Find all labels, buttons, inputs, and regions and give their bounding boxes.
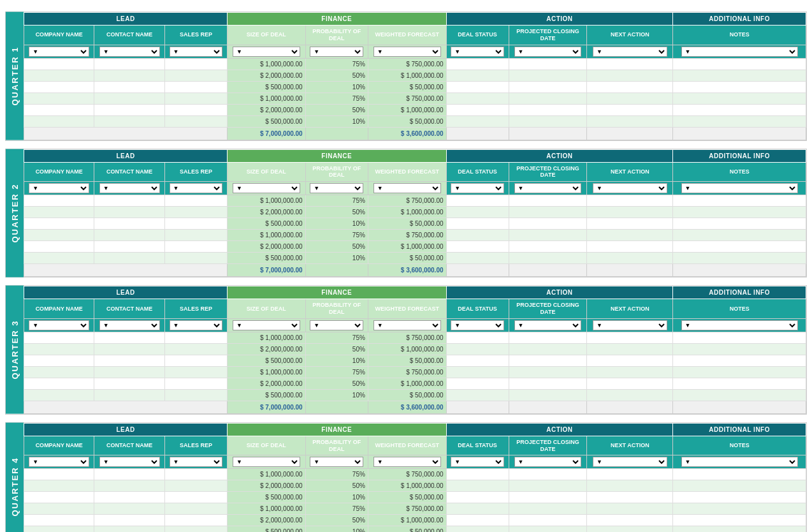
cell-wf-2: $ 1,000,000.00 <box>368 70 446 81</box>
dropdown-company-name[interactable]: ▼ <box>29 183 89 193</box>
dropdown-size-of-deal[interactable]: ▼ <box>233 47 300 57</box>
dropdown-probability[interactable]: ▼ <box>310 183 363 193</box>
cell-size-3: $ 500,000.00 <box>228 355 306 366</box>
cell-wf-2: $ 1,000,000.00 <box>368 207 446 218</box>
cell-prob-6: 10% <box>305 253 368 264</box>
cell-proj-date-5 <box>509 104 587 115</box>
cell-size-2: $ 2,000,000.00 <box>228 207 306 218</box>
cell-size-4: $ 1,000,000.00 <box>228 503 306 515</box>
dropdown-probability[interactable]: ▼ <box>310 47 363 57</box>
cell-size-1: $ 1,000,000.00 <box>228 195 306 207</box>
cell-next-action-4 <box>587 366 673 378</box>
dropdown-projected-closing-date[interactable]: ▼ <box>514 47 582 57</box>
dropdown-row[interactable]: ▼ ▼ ▼ ▼ ▼ ▼ ▼ ▼ ▼ ▼ <box>24 455 806 469</box>
dropdown-company-name[interactable]: ▼ <box>29 320 89 330</box>
cell-deal-status-2 <box>446 207 509 218</box>
dropdown-projected-closing-date[interactable]: ▼ <box>514 457 582 467</box>
cell-sales-rep-3 <box>164 492 227 503</box>
dropdown-weighted-forecast[interactable]: ▼ <box>373 47 441 57</box>
dropdown-deal-status[interactable]: ▼ <box>451 320 504 330</box>
total-empty-projdate <box>509 264 587 277</box>
cell-wf-1: $ 750,000.00 <box>368 469 446 480</box>
dropdown-row[interactable]: ▼ ▼ ▼ ▼ ▼ ▼ ▼ ▼ ▼ ▼ <box>24 318 806 332</box>
dropdown-probability[interactable]: ▼ <box>310 320 363 330</box>
cell-next-action-5 <box>587 515 673 526</box>
dropdown-contact-name[interactable]: ▼ <box>99 320 160 330</box>
dropdown-company-name[interactable]: ▼ <box>29 47 89 57</box>
dropdown-notes[interactable]: ▼ <box>681 320 798 330</box>
finance-section-header: FINANCE <box>228 286 447 299</box>
dropdown-contact-name[interactable]: ▼ <box>99 183 160 193</box>
cell-company-name-4 <box>24 92 94 104</box>
cell-prob-5: 50% <box>305 104 368 115</box>
dropdown-notes[interactable]: ▼ <box>681 47 798 57</box>
cell-sales-rep-2 <box>164 480 227 492</box>
cell-wf-3: $ 50,000.00 <box>368 218 446 230</box>
cell-deal-status-3 <box>446 492 509 503</box>
cell-prob-1: 75% <box>305 195 368 207</box>
quarter-label-2: QUARTER 2 <box>6 149 24 277</box>
cell-company-name-4 <box>24 366 94 378</box>
dropdown-weighted-forecast[interactable]: ▼ <box>373 320 441 330</box>
dropdown-probability[interactable]: ▼ <box>310 457 363 467</box>
cell-wf-2: $ 1,000,000.00 <box>368 480 446 492</box>
dropdown-projected-closing-date[interactable]: ▼ <box>514 183 582 193</box>
cell-next-action-1 <box>587 195 673 207</box>
dropdown-projected-closing-date[interactable]: ▼ <box>514 320 582 330</box>
dropdown-deal-status[interactable]: ▼ <box>451 183 504 193</box>
finance-section-header: FINANCE <box>228 423 447 436</box>
dropdown-size-of-deal[interactable]: ▼ <box>233 183 300 193</box>
dropdown-row[interactable]: ▼ ▼ ▼ ▼ ▼ ▼ ▼ ▼ ▼ ▼ <box>24 182 806 195</box>
cell-notes-4 <box>673 92 806 104</box>
dropdown-sales-rep[interactable]: ▼ <box>170 183 223 193</box>
cell-contact-name-1 <box>94 332 164 343</box>
cell-contact-name-1 <box>94 469 164 480</box>
dropdown-next-action[interactable]: ▼ <box>593 457 667 467</box>
dropdown-deal-status[interactable]: ▼ <box>451 457 504 467</box>
total-empty-nextaction <box>587 401 673 413</box>
data-row-1: $ 1,000,000.00 75% $ 750,000.00 <box>24 195 806 207</box>
cell-contact-name-2 <box>94 70 164 81</box>
data-row-2: $ 2,000,000.00 50% $ 1,000,000.00 <box>24 70 806 81</box>
col-weighted-forecast: WEIGHTED FORECAST <box>368 162 446 182</box>
cell-next-action-5 <box>587 241 673 253</box>
dropdown-next-action[interactable]: ▼ <box>593 47 667 57</box>
dropdown-row[interactable]: ▼ ▼ ▼ ▼ ▼ ▼ ▼ ▼ ▼ ▼ <box>24 45 806 58</box>
data-row-4: $ 1,000,000.00 75% $ 750,000.00 <box>24 366 806 378</box>
dropdown-size-of-deal[interactable]: ▼ <box>233 320 300 330</box>
total-empty-lead <box>24 264 228 277</box>
cell-proj-date-5 <box>509 515 587 526</box>
dropdown-contact-name[interactable]: ▼ <box>99 457 160 467</box>
dropdown-deal-status[interactable]: ▼ <box>451 47 504 57</box>
dropdown-notes[interactable]: ▼ <box>681 457 798 467</box>
dropdown-notes[interactable]: ▼ <box>681 183 798 193</box>
cell-deal-status-4 <box>446 366 509 378</box>
cell-sales-rep-1 <box>164 195 227 207</box>
cell-wf-6: $ 50,000.00 <box>368 389 446 401</box>
cell-next-action-1 <box>587 58 673 70</box>
dropdown-next-action[interactable]: ▼ <box>593 183 667 193</box>
dropdown-weighted-forecast[interactable]: ▼ <box>373 457 441 467</box>
dropdown-sales-rep[interactable]: ▼ <box>170 320 223 330</box>
cell-prob-3: 10% <box>305 218 368 230</box>
data-row-2: $ 2,000,000.00 50% $ 1,000,000.00 <box>24 343 806 355</box>
cell-wf-1: $ 750,000.00 <box>368 332 446 343</box>
dropdown-company-name[interactable]: ▼ <box>29 457 89 467</box>
cell-prob-6: 10% <box>305 115 368 127</box>
dropdown-sales-rep[interactable]: ▼ <box>170 47 223 57</box>
cell-sales-rep-1 <box>164 332 227 343</box>
total-size: $ 7,000,000.00 <box>228 401 306 413</box>
dropdown-contact-name[interactable]: ▼ <box>99 47 160 57</box>
dropdown-size-of-deal[interactable]: ▼ <box>233 457 300 467</box>
cell-deal-status-6 <box>446 253 509 264</box>
cell-sales-rep-3 <box>164 355 227 366</box>
cell-contact-name-6 <box>94 253 164 264</box>
dropdown-weighted-forecast[interactable]: ▼ <box>373 183 441 193</box>
dropdown-sales-rep[interactable]: ▼ <box>170 457 223 467</box>
cell-contact-name-5 <box>94 378 164 389</box>
dropdown-next-action[interactable]: ▼ <box>593 320 667 330</box>
cell-company-name-6 <box>24 526 94 532</box>
cell-contact-name-5 <box>94 515 164 526</box>
cell-company-name-5 <box>24 515 94 526</box>
data-row-5: $ 2,000,000.00 50% $ 1,000,000.00 <box>24 515 806 526</box>
